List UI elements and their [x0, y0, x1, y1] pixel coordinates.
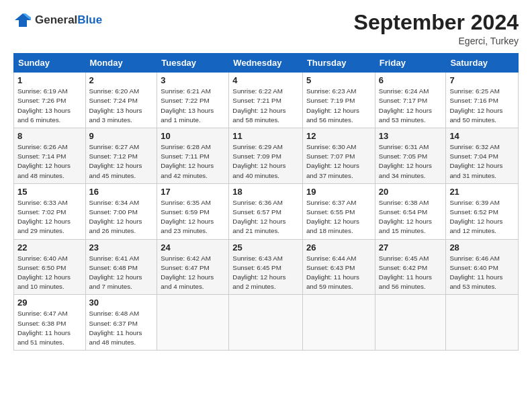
calendar-cell: 7Sunrise: 6:25 AMSunset: 7:16 PMDaylight… [446, 73, 519, 128]
calendar-cell: 3Sunrise: 6:21 AMSunset: 7:22 PMDaylight… [157, 73, 229, 128]
col-header-thursday: Thursday [302, 54, 375, 73]
day-info: Sunrise: 6:33 AMSunset: 7:02 PMDaylight:… [17, 198, 82, 236]
day-info: Sunrise: 6:31 AMSunset: 7:05 PMDaylight:… [379, 142, 443, 181]
day-number: 17 [161, 187, 225, 197]
logo-blue: Blue [77, 13, 102, 26]
day-info: Sunrise: 6:30 AMSunset: 7:07 PMDaylight:… [306, 142, 371, 181]
day-info: Sunrise: 6:40 AMSunset: 6:50 PMDaylight:… [17, 254, 82, 292]
day-number: 7 [449, 75, 515, 85]
day-info: Sunrise: 6:46 AMSunset: 6:40 PMDaylight:… [449, 254, 515, 292]
calendar-cell: 16Sunrise: 6:34 AMSunset: 7:00 PMDayligh… [85, 183, 157, 239]
day-number: 25 [232, 242, 299, 253]
col-header-wednesday: Wednesday [229, 54, 303, 73]
calendar-cell: 26Sunrise: 6:44 AMSunset: 6:43 PMDayligh… [302, 239, 375, 295]
day-info: Sunrise: 6:44 AMSunset: 6:43 PMDaylight:… [306, 254, 371, 292]
day-info: Sunrise: 6:36 AMSunset: 6:57 PMDaylight:… [232, 198, 299, 236]
day-number: 3 [161, 75, 225, 85]
calendar-cell: 10Sunrise: 6:28 AMSunset: 7:11 PMDayligh… [157, 128, 229, 184]
calendar-cell: 4Sunrise: 6:22 AMSunset: 7:21 PMDaylight… [229, 73, 303, 128]
day-number: 18 [232, 187, 299, 197]
day-info: Sunrise: 6:35 AMSunset: 6:59 PMDaylight:… [161, 198, 225, 236]
day-number: 14 [449, 131, 515, 141]
calendar-cell: 2Sunrise: 6:20 AMSunset: 7:24 PMDaylight… [85, 73, 157, 128]
calendar-cell: 9Sunrise: 6:27 AMSunset: 7:12 PMDaylight… [85, 128, 157, 184]
header: GeneralBlue September 2024 Egerci, Turke… [13, 11, 519, 46]
title-block: September 2024 Egerci, Turkey [354, 11, 519, 46]
week-row-5: 29Sunrise: 6:47 AMSunset: 6:38 PMDayligh… [14, 295, 519, 351]
week-row-3: 15Sunrise: 6:33 AMSunset: 7:02 PMDayligh… [14, 183, 519, 239]
logo-general: General [35, 13, 77, 26]
calendar-page: GeneralBlue September 2024 Egerci, Turke… [0, 0, 532, 411]
day-info: Sunrise: 6:41 AMSunset: 6:48 PMDaylight:… [89, 254, 154, 292]
day-info: Sunrise: 6:24 AMSunset: 7:17 PMDaylight:… [379, 87, 443, 125]
calendar-cell: 19Sunrise: 6:37 AMSunset: 6:55 PMDayligh… [302, 183, 375, 239]
day-info: Sunrise: 6:27 AMSunset: 7:12 PMDaylight:… [89, 142, 154, 181]
month-year: September 2024 [354, 11, 519, 34]
calendar-cell [157, 295, 229, 351]
calendar-cell: 15Sunrise: 6:33 AMSunset: 7:02 PMDayligh… [14, 183, 86, 239]
col-header-saturday: Saturday [446, 54, 519, 73]
day-number: 16 [89, 187, 154, 197]
day-number: 21 [449, 187, 515, 197]
svg-marker-1 [15, 13, 31, 27]
day-number: 8 [17, 131, 82, 141]
day-number: 15 [17, 187, 82, 197]
day-info: Sunrise: 6:45 AMSunset: 6:42 PMDaylight:… [379, 254, 443, 292]
day-info: Sunrise: 6:19 AMSunset: 7:26 PMDaylight:… [17, 87, 82, 125]
day-number: 29 [17, 298, 82, 308]
day-number: 20 [379, 187, 443, 197]
day-info: Sunrise: 6:34 AMSunset: 7:00 PMDaylight:… [89, 198, 154, 236]
day-number: 22 [17, 242, 82, 253]
calendar-cell: 8Sunrise: 6:26 AMSunset: 7:14 PMDaylight… [14, 128, 86, 184]
day-number: 27 [379, 242, 443, 253]
logo: GeneralBlue [13, 11, 102, 30]
day-info: Sunrise: 6:28 AMSunset: 7:11 PMDaylight:… [161, 142, 225, 181]
logo-icon [13, 11, 32, 30]
day-number: 12 [306, 131, 371, 141]
col-header-friday: Friday [375, 54, 446, 73]
day-number: 5 [306, 75, 371, 85]
calendar-cell [229, 295, 303, 351]
calendar-cell: 29Sunrise: 6:47 AMSunset: 6:38 PMDayligh… [14, 295, 86, 351]
calendar-cell: 28Sunrise: 6:46 AMSunset: 6:40 PMDayligh… [446, 239, 519, 295]
calendar-table: SundayMondayTuesdayWednesdayThursdayFrid… [13, 53, 519, 351]
calendar-cell: 18Sunrise: 6:36 AMSunset: 6:57 PMDayligh… [229, 183, 303, 239]
calendar-cell [302, 295, 375, 351]
day-number: 23 [89, 242, 154, 253]
day-number: 26 [306, 242, 371, 253]
day-info: Sunrise: 6:32 AMSunset: 7:04 PMDaylight:… [449, 142, 515, 181]
day-number: 4 [232, 75, 299, 85]
calendar-cell [375, 295, 446, 351]
day-info: Sunrise: 6:22 AMSunset: 7:21 PMDaylight:… [232, 87, 299, 125]
calendar-cell: 1Sunrise: 6:19 AMSunset: 7:26 PMDaylight… [14, 73, 86, 128]
day-number: 1 [17, 75, 82, 85]
col-header-monday: Monday [85, 54, 157, 73]
calendar-cell: 11Sunrise: 6:29 AMSunset: 7:09 PMDayligh… [229, 128, 303, 184]
col-header-sunday: Sunday [14, 54, 86, 73]
day-number: 9 [89, 131, 154, 141]
calendar-cell: 22Sunrise: 6:40 AMSunset: 6:50 PMDayligh… [14, 239, 86, 295]
calendar-cell: 23Sunrise: 6:41 AMSunset: 6:48 PMDayligh… [85, 239, 157, 295]
day-number: 19 [306, 187, 371, 197]
day-info: Sunrise: 6:43 AMSunset: 6:45 PMDaylight:… [232, 254, 299, 292]
col-header-tuesday: Tuesday [157, 54, 229, 73]
day-info: Sunrise: 6:42 AMSunset: 6:47 PMDaylight:… [161, 254, 225, 292]
day-info: Sunrise: 6:26 AMSunset: 7:14 PMDaylight:… [17, 142, 82, 181]
calendar-cell: 25Sunrise: 6:43 AMSunset: 6:45 PMDayligh… [229, 239, 303, 295]
day-info: Sunrise: 6:29 AMSunset: 7:09 PMDaylight:… [232, 142, 299, 181]
day-number: 6 [379, 75, 443, 85]
calendar-cell: 24Sunrise: 6:42 AMSunset: 6:47 PMDayligh… [157, 239, 229, 295]
day-number: 24 [161, 242, 225, 253]
calendar-cell: 6Sunrise: 6:24 AMSunset: 7:17 PMDaylight… [375, 73, 446, 128]
calendar-header-row: SundayMondayTuesdayWednesdayThursdayFrid… [14, 54, 519, 73]
calendar-cell: 20Sunrise: 6:38 AMSunset: 6:54 PMDayligh… [375, 183, 446, 239]
day-number: 10 [161, 131, 225, 141]
calendar-cell [446, 295, 519, 351]
calendar-cell: 30Sunrise: 6:48 AMSunset: 6:37 PMDayligh… [85, 295, 157, 351]
week-row-2: 8Sunrise: 6:26 AMSunset: 7:14 PMDaylight… [14, 128, 519, 184]
calendar-cell: 27Sunrise: 6:45 AMSunset: 6:42 PMDayligh… [375, 239, 446, 295]
day-info: Sunrise: 6:47 AMSunset: 6:38 PMDaylight:… [17, 309, 82, 347]
calendar-cell: 13Sunrise: 6:31 AMSunset: 7:05 PMDayligh… [375, 128, 446, 184]
day-number: 30 [89, 298, 154, 308]
day-info: Sunrise: 6:38 AMSunset: 6:54 PMDaylight:… [379, 198, 443, 236]
